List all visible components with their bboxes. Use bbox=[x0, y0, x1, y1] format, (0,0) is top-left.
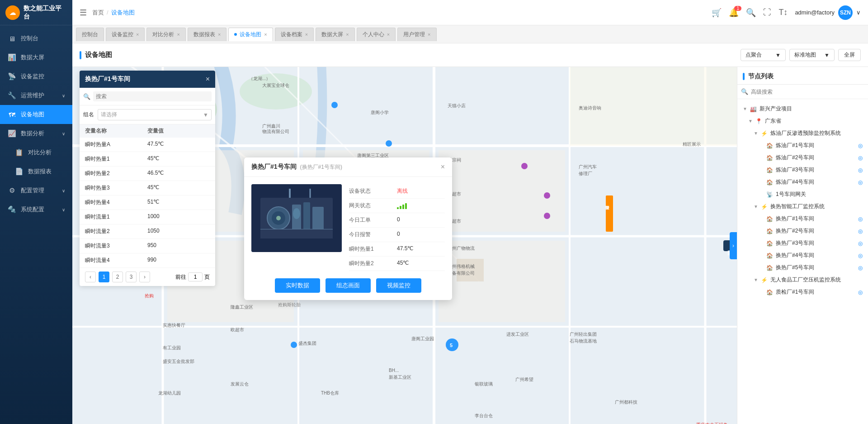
tab-devicemonitor-close[interactable]: × bbox=[136, 32, 139, 37]
search-icon[interactable]: 🔍 bbox=[746, 8, 756, 18]
svg-text:有工业园: 有工业园 bbox=[163, 345, 181, 350]
breadcrumb-home[interactable]: 首页 bbox=[92, 9, 104, 17]
tree-item-refinery2[interactable]: 🏠 炼油厂#2号车间 ◎ bbox=[737, 152, 868, 164]
expand-panel-button[interactable]: › bbox=[730, 232, 737, 259]
tab-compare-close[interactable]: × bbox=[177, 32, 179, 37]
signal-bar-1 bbox=[397, 207, 399, 209]
tree-item-refinery-system[interactable]: ▼ ⚡ 炼油厂反渗透预除盐控制系统 bbox=[737, 127, 868, 139]
heat5-room-icon: 🏠 bbox=[766, 265, 773, 271]
sidebar-item-datascreen[interactable]: 📊 数据大屏 bbox=[0, 48, 72, 67]
map-type-select[interactable]: 标准地图 ▼ bbox=[789, 49, 835, 61]
svg-text:天猫小店: 天猫小店 bbox=[448, 103, 466, 108]
sidebar-item-dataanalysis[interactable]: 📈 数据分析 ∨ bbox=[0, 124, 72, 143]
svg-text:广州希望: 广州希望 bbox=[515, 377, 533, 382]
cluster-select[interactable]: 点聚合 ▼ bbox=[741, 49, 786, 61]
username-label: admin@factory bbox=[795, 9, 835, 16]
refinery3-locate-icon[interactable]: ◎ bbox=[858, 167, 863, 173]
heat2-locate-icon[interactable]: ◎ bbox=[858, 228, 863, 234]
menu-button[interactable]: ☰ bbox=[80, 8, 87, 18]
fullscreen-button[interactable]: 全屏 bbox=[838, 49, 861, 61]
tree-item-heat1[interactable]: 🏠 换热厂#1号车间 ◎ bbox=[737, 213, 868, 225]
map-area[interactable]: 白云区江高镇 农贸管理所 大展宝全球仓 （龙湖...） 广州鑫川 物流有限公司 … bbox=[72, 67, 868, 424]
tree-item-heat4[interactable]: 🏠 换热厂#4号车间 ◎ bbox=[737, 249, 868, 262]
tab-devicemap[interactable]: 设备地图 × bbox=[228, 28, 273, 41]
realtime-data-button[interactable]: 实时数据 bbox=[275, 278, 320, 293]
tab-usermgmt-close[interactable]: × bbox=[428, 32, 430, 37]
goto-input[interactable] bbox=[188, 272, 203, 281]
heat5-locate-icon[interactable]: ◎ bbox=[858, 265, 863, 271]
refinery4-locate-icon[interactable]: ◎ bbox=[858, 179, 863, 186]
tab-datascreen[interactable]: 数据大屏 × bbox=[316, 28, 354, 41]
node-search-icon: 🔍 bbox=[741, 88, 748, 95]
tree-item-heat5[interactable]: 🏠 换热厂#5号车间 ◎ bbox=[737, 262, 868, 274]
cart-icon[interactable]: 🛒 bbox=[712, 8, 722, 18]
tree-item-food-system[interactable]: ▼ ⚡ 无人食品工厂空压机监控系统 bbox=[737, 274, 868, 286]
table-row: 瞬时流量4 990 bbox=[80, 253, 215, 268]
sidebar-item-compare[interactable]: 📋 对比分析 bbox=[0, 143, 72, 162]
tab-compare[interactable]: 对比分析 × bbox=[146, 28, 185, 41]
sidebar-item-ops[interactable]: 🔧 运营维护 ∨ bbox=[0, 86, 72, 105]
sidebar-item-datareport[interactable]: 📄 数据报表 bbox=[0, 162, 72, 181]
tab-datareport[interactable]: 数据报表 × bbox=[188, 28, 226, 41]
tab-profile[interactable]: 个人中心 × bbox=[357, 28, 396, 41]
sidebar-item-sysconfig[interactable]: 🔩 系统配置 ∨ bbox=[0, 200, 72, 219]
tree-item-gateway[interactable]: 📡 1号车间网关 bbox=[737, 188, 868, 200]
heat1-locate-icon[interactable]: ◎ bbox=[858, 216, 863, 222]
row1-value: 47.5℃ bbox=[147, 141, 210, 148]
devicemonitor-icon: 📡 bbox=[7, 72, 16, 81]
group-select-arrow: ▼ bbox=[203, 112, 208, 118]
page-1-button[interactable]: 1 bbox=[99, 272, 109, 282]
device-image bbox=[251, 184, 342, 252]
page-3-button[interactable]: 3 bbox=[126, 272, 137, 282]
heat3-room-icon: 🏠 bbox=[766, 240, 773, 247]
tree-item-root[interactable]: ▼ 🏭 新兴产业项目 bbox=[737, 103, 868, 115]
tree-item-heat-system[interactable]: ▼ ⚡ 换热智能工厂监控系统 bbox=[737, 200, 868, 213]
tab-devicefile-close[interactable]: × bbox=[305, 32, 308, 37]
user-menu[interactable]: admin@factory SZN ∨ bbox=[795, 5, 861, 20]
fullscreen-topbar-icon[interactable]: ⛶ bbox=[763, 8, 771, 17]
stat-label-heat2: 瞬时热量2 bbox=[349, 260, 397, 267]
next-page-button[interactable]: › bbox=[139, 272, 150, 282]
scada-button[interactable]: 组态画面 bbox=[326, 278, 371, 293]
prev-page-button[interactable]: ‹ bbox=[85, 272, 96, 282]
qc1-locate-icon[interactable]: ◎ bbox=[858, 289, 863, 295]
tab-usermgmt[interactable]: 用户管理 × bbox=[397, 28, 436, 41]
svg-point-76 bbox=[291, 342, 297, 348]
tree-item-refinery3[interactable]: 🏠 炼油厂#3号车间 ◎ bbox=[737, 164, 868, 176]
sidebar-item-devicemap[interactable]: 🗺 设备地图 bbox=[0, 105, 72, 124]
font-size-icon[interactable]: T↕ bbox=[778, 8, 788, 17]
tree-item-qc1[interactable]: 🏠 质检厂#1号车间 ◎ bbox=[737, 286, 868, 298]
sidebar-item-dashboard[interactable]: 🖥 控制台 bbox=[0, 29, 72, 48]
tree-item-heat3[interactable]: 🏠 换热厂#3号车间 ◎ bbox=[737, 237, 868, 249]
page-goto: 前往 页 bbox=[175, 272, 210, 281]
tab-datascreen-close[interactable]: × bbox=[346, 32, 349, 37]
device-panel-close-button[interactable]: × bbox=[206, 75, 210, 83]
video-monitor-button[interactable]: 视频监控 bbox=[376, 278, 421, 293]
refinery2-locate-icon[interactable]: ◎ bbox=[858, 155, 863, 161]
group-select[interactable]: 请选择 ▼ bbox=[98, 109, 212, 120]
sidebar-item-config[interactable]: ⚙ 配置管理 ∨ bbox=[0, 181, 72, 200]
heat3-locate-icon[interactable]: ◎ bbox=[858, 240, 863, 247]
heat1-label: 换热厂#1号车间 bbox=[776, 215, 856, 223]
tree-item-guangdong[interactable]: ▼ 📍 广东省 bbox=[737, 115, 868, 127]
device-filter-row: 组名 请选择 ▼ bbox=[80, 105, 215, 124]
panel-search-input[interactable] bbox=[93, 91, 212, 101]
sidebar-item-devicemonitor[interactable]: 📡 设备监控 bbox=[0, 67, 72, 86]
svg-text:（龙湖...）: （龙湖...） bbox=[249, 76, 270, 81]
tab-dashboard[interactable]: 控制台 bbox=[76, 28, 104, 41]
heat4-locate-icon[interactable]: ◎ bbox=[858, 252, 863, 259]
tab-devicefile[interactable]: 设备档案 × bbox=[275, 28, 314, 41]
notification-icon[interactable]: 🔔 1 bbox=[729, 8, 739, 18]
tab-datareport-close[interactable]: × bbox=[218, 32, 221, 37]
refinery1-locate-icon[interactable]: ◎ bbox=[858, 143, 863, 149]
popup-close-button[interactable]: × bbox=[441, 163, 445, 171]
row5-name: 瞬时热量4 bbox=[85, 199, 147, 206]
tree-item-heat2[interactable]: 🏠 换热厂#2号车间 ◎ bbox=[737, 225, 868, 237]
tree-item-refinery1[interactable]: 🏠 炼油厂#1号车间 ◎ bbox=[737, 139, 868, 152]
tree-item-refinery4[interactable]: 🏠 炼油厂#4号车间 ◎ bbox=[737, 176, 868, 188]
page-2-button[interactable]: 2 bbox=[112, 272, 123, 282]
tab-devicemonitor[interactable]: 设备监控 × bbox=[106, 28, 145, 41]
tab-profile-close[interactable]: × bbox=[387, 32, 390, 37]
tab-devicemap-close[interactable]: × bbox=[264, 32, 267, 37]
node-search-input[interactable] bbox=[751, 89, 864, 95]
